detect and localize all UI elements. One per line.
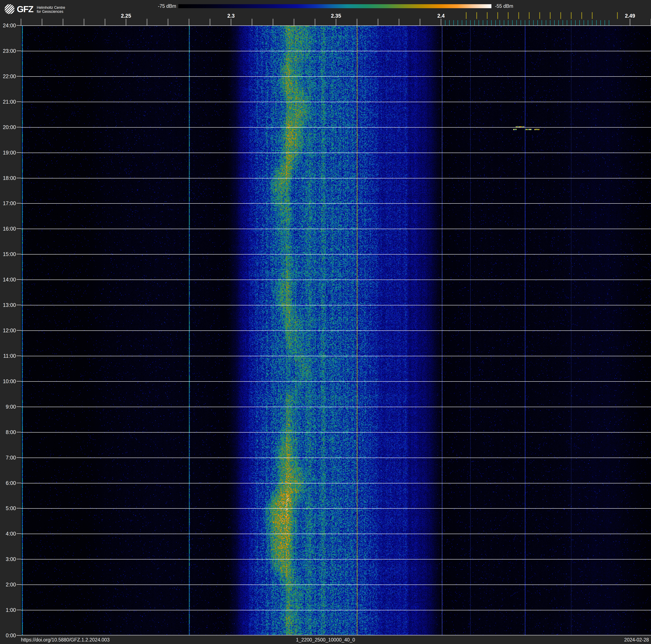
freq-minor-tick	[336, 19, 336, 25]
time-axis-tick	[17, 330, 21, 331]
spectrogram-heatmap	[21, 25, 651, 635]
ble-channel-tick	[500, 20, 500, 25]
time-axis-tick	[17, 279, 21, 280]
ble-channel-tick	[462, 20, 462, 25]
wifi-channel-tick	[519, 12, 519, 19]
time-axis-label: 6:00	[0, 480, 16, 486]
time-axis-tick	[17, 432, 21, 432]
time-axis-label: 2:00	[0, 582, 16, 587]
wifi-channel-tick	[476, 12, 477, 19]
time-axis-label: 19:00	[0, 150, 16, 155]
time-axis-tick	[17, 533, 21, 534]
ble-channel-tick	[529, 20, 529, 25]
time-axis-label: 0:00	[0, 633, 16, 638]
freq-minor-tick	[84, 19, 85, 25]
time-axis-label: 10:00	[0, 379, 16, 384]
wifi-channel-tick	[550, 12, 551, 19]
time-axis-label: 18:00	[0, 175, 16, 181]
freq-minor-tick	[210, 19, 210, 25]
time-axis-tick	[17, 635, 21, 636]
ble-channel-tick	[558, 20, 559, 25]
time-axis-tick	[17, 483, 21, 483]
time-axis-tick	[17, 152, 21, 153]
freq-minor-tick	[420, 19, 421, 25]
freq-minor-tick	[42, 19, 42, 25]
time-axis-tick	[17, 25, 21, 26]
time-axis-label: 17:00	[0, 201, 16, 206]
ble-channel-tick	[563, 20, 563, 25]
ble-channel-tick	[458, 20, 458, 25]
spectrogram-waterfall-page: { "branding": { "org_short": "GFZ", "org…	[0, 0, 651, 644]
ble-channel-tick	[483, 20, 483, 25]
gfz-wordmark: GFZ	[17, 4, 33, 14]
time-axis-tick	[17, 203, 21, 203]
time-axis-label: 4:00	[0, 531, 16, 536]
ble-channel-tick	[596, 20, 597, 25]
time-axis-tick	[17, 407, 21, 407]
time-axis-label: 9:00	[0, 404, 16, 409]
time-axis-tick	[17, 51, 21, 51]
ble-channel-tick	[579, 20, 580, 25]
time-axis-label: 20:00	[0, 124, 16, 130]
org-name-line1: Helmholtz Centre	[37, 6, 65, 10]
time-axis-label: 1:00	[0, 607, 16, 613]
ble-channel-tick	[604, 20, 605, 25]
wifi-channel-tick	[592, 12, 593, 19]
ble-channel-tick	[533, 20, 534, 25]
colorbar-max-label: -55 dBm	[495, 3, 513, 9]
ble-channel-tick	[600, 20, 601, 25]
time-axis-tick	[17, 381, 21, 381]
wifi-channel-tick	[466, 12, 467, 19]
time-axis-tick	[17, 356, 21, 356]
freq-minor-tick	[630, 19, 630, 25]
ble-channel-tick	[550, 20, 550, 25]
wifi-channel-tick	[571, 12, 571, 19]
org-name-line2: for Geosciences	[37, 10, 65, 14]
wifi-channel-tick	[560, 12, 561, 19]
wifi-channel-tick	[582, 12, 582, 19]
wifi-channel-tick	[539, 12, 540, 19]
ble-channel-tick	[525, 20, 525, 25]
ble-channel-tick	[567, 20, 567, 25]
wifi-channel-tick	[617, 12, 618, 19]
time-axis-tick	[17, 76, 21, 77]
ble-channel-tick	[571, 20, 571, 25]
ble-channel-tick	[449, 20, 450, 25]
freq-minor-tick	[105, 19, 105, 25]
time-axis-tick	[17, 610, 21, 610]
freq-minor-tick	[273, 19, 273, 25]
org-name: Helmholtz Centre for Geosciences	[37, 6, 65, 13]
wifi-channel-tick	[508, 12, 508, 19]
time-axis-tick	[17, 127, 21, 127]
time-axis-label: 23:00	[0, 48, 16, 54]
ble-channel-tick	[495, 20, 496, 25]
time-axis-tick	[17, 254, 21, 254]
ble-channel-tick	[478, 20, 479, 25]
ble-channel-tick	[546, 20, 546, 25]
time-axis-label: 11:00	[0, 353, 16, 358]
time-axis-label: 8:00	[0, 430, 16, 435]
ble-channel-tick	[584, 20, 584, 25]
ble-channel-tick	[504, 20, 504, 25]
footer-dataset-id: 1_2200_2500_10000_40_0	[296, 637, 355, 643]
time-axis-label: 24:00	[0, 23, 16, 28]
freq-axis-label: 2.25	[121, 13, 131, 19]
ble-channel-tick	[491, 20, 492, 25]
freq-minor-tick	[126, 19, 126, 25]
gfz-globe-icon	[5, 4, 14, 14]
ble-channel-tick	[466, 20, 466, 25]
footer-date: 2024-02-28	[624, 637, 649, 643]
time-axis-tick	[17, 178, 21, 178]
ble-channel-tick	[575, 20, 576, 25]
ble-channel-tick	[508, 20, 508, 25]
time-axis-tick	[17, 457, 21, 458]
freq-minor-tick	[231, 19, 231, 25]
time-axis-tick	[17, 229, 21, 229]
freq-minor-tick	[21, 19, 22, 25]
time-axis-tick	[17, 508, 21, 508]
freq-axis-label: 2.49	[625, 13, 635, 19]
wifi-channel-tick	[497, 12, 498, 19]
wifi-channel-tick	[487, 12, 488, 19]
time-axis-label: 14:00	[0, 277, 16, 282]
time-axis-label: 21:00	[0, 99, 16, 105]
